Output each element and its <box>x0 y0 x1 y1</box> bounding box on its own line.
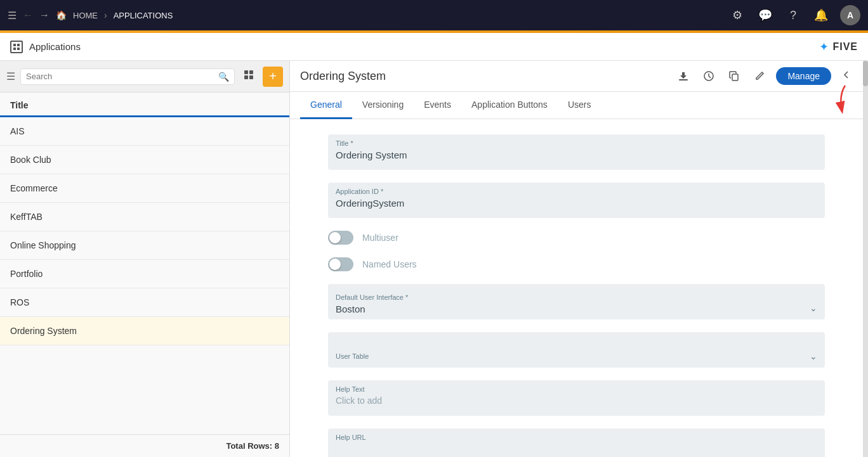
settings-icon[interactable]: ⚙ <box>728 6 746 24</box>
chat-icon[interactable]: 💬 <box>756 6 774 24</box>
svg-rect-5 <box>249 70 253 74</box>
scrollbar-thumb[interactable] <box>863 61 868 86</box>
default-ui-value: Boston <box>336 304 365 314</box>
named-users-label: Named Users <box>362 259 417 269</box>
list-item[interactable]: KeffTAB <box>0 203 289 231</box>
help-text-field: Help Text Click to add <box>328 380 825 416</box>
user-table-dropdown[interactable]: User Table ⌄ <box>328 332 825 368</box>
sidebar: ☰ 🔍 + Title AIS Book Club Ecom <box>0 61 290 457</box>
search-icon: 🔍 <box>218 72 229 82</box>
filter-icon[interactable]: ☰ <box>6 70 15 82</box>
default-ui-dropdown[interactable]: Default User Interface * Boston ⌄ <box>328 284 825 319</box>
title-field-value: Ordering System <box>336 150 407 160</box>
home-icon: 🏠 <box>56 10 67 20</box>
app-id-label: Application ID * <box>336 188 817 195</box>
help-text-container[interactable]: Help Text Click to add <box>328 380 825 416</box>
applications-nav-label: APPLICATIONS <box>114 11 173 20</box>
list-item[interactable]: Online Shopping <box>0 231 289 260</box>
search-input[interactable] <box>26 72 214 81</box>
svg-rect-1 <box>17 44 20 46</box>
list-item-active[interactable]: Ordering System <box>0 317 289 345</box>
back-arrow-icon[interactable] <box>839 68 853 85</box>
toggle-knob <box>329 232 341 243</box>
toolbar-icons: Manage <box>674 67 853 85</box>
scrollbar[interactable] <box>863 61 868 457</box>
tab-versioning[interactable]: Versioning <box>352 92 414 119</box>
search-container: 🔍 <box>20 68 235 85</box>
default-ui-label: Default User Interface * <box>336 293 810 301</box>
title-field: Title * Ordering System <box>328 134 825 170</box>
app-id-value: OrderingSystem <box>336 198 404 209</box>
add-button[interactable]: + <box>263 67 283 87</box>
app-id-field-container[interactable]: Application ID * OrderingSystem <box>328 183 825 218</box>
copy-icon[interactable] <box>725 67 743 85</box>
multiuser-row: Multiuser <box>328 231 825 245</box>
svg-rect-2 <box>13 48 16 50</box>
svg-rect-0 <box>13 44 16 46</box>
svg-rect-4 <box>244 70 248 74</box>
multiuser-label: Multiuser <box>362 233 398 243</box>
help-text-label: Help Text <box>336 385 817 393</box>
help-icon[interactable]: ? <box>784 6 802 24</box>
user-table-label: User Table <box>336 352 810 360</box>
tab-users[interactable]: Users <box>558 92 602 119</box>
nav-left: ☰ ← → 🏠 HOME › APPLICATIONS <box>8 10 722 22</box>
edit-icon[interactable] <box>751 67 768 85</box>
svg-rect-10 <box>732 74 738 80</box>
tab-application-buttons[interactable]: Application Buttons <box>461 92 558 119</box>
sidebar-toolbar: ☰ 🔍 + <box>0 61 289 93</box>
export-icon[interactable] <box>240 66 258 87</box>
home-nav-link[interactable]: HOME <box>73 11 98 20</box>
table-column-header: Title <box>0 93 289 117</box>
help-url-field: Help URL <box>328 428 825 457</box>
multiuser-toggle[interactable] <box>328 231 353 245</box>
default-ui-inner: Default User Interface * Boston <box>336 293 810 314</box>
title-column-label: Title <box>10 100 29 110</box>
five-logo-icon: ✦ <box>819 40 829 54</box>
list-item[interactable]: Portfolio <box>0 260 289 288</box>
back-nav-icon[interactable]: ← <box>23 10 33 21</box>
hamburger-icon[interactable]: ☰ <box>8 10 16 22</box>
total-rows-label: Total Rows: 8 <box>226 441 279 451</box>
user-avatar[interactable]: A <box>840 5 860 25</box>
five-logo-text: FIVE <box>832 41 858 53</box>
svg-rect-8 <box>679 79 688 80</box>
named-users-toggle[interactable] <box>328 257 353 271</box>
download-icon[interactable] <box>674 67 692 85</box>
list-item[interactable]: Ecommerce <box>0 174 289 203</box>
list-item[interactable]: AIS <box>0 117 289 146</box>
top-nav-bar: ☰ ← → 🏠 HOME › APPLICATIONS ⚙ 💬 ? 🔔 A <box>0 0 868 30</box>
tab-general[interactable]: General <box>300 92 352 119</box>
content-toolbar: Ordering System <box>290 61 863 92</box>
dropdown-arrow-icon: ⌄ <box>810 303 817 313</box>
history-icon[interactable] <box>700 67 718 85</box>
app-id-field: Application ID * OrderingSystem <box>328 183 825 218</box>
svg-rect-3 <box>17 48 20 50</box>
forward-nav-icon[interactable]: → <box>39 10 49 21</box>
svg-rect-7 <box>249 75 253 79</box>
help-text-value: Click to add <box>336 396 382 406</box>
sub-header-title: Applications <box>29 41 81 52</box>
form-content: Title * Ordering System Application ID *… <box>290 119 863 457</box>
tab-events[interactable]: Events <box>414 92 461 119</box>
default-ui-field: Default User Interface * Boston ⌄ <box>328 284 825 319</box>
toggle-knob-2 <box>329 259 341 270</box>
title-field-label: Title * <box>336 139 817 147</box>
app-icon <box>10 41 23 53</box>
list-item[interactable]: Book Club <box>0 146 289 174</box>
manage-button[interactable]: Manage <box>776 67 831 85</box>
sub-header-left: Applications <box>10 41 819 53</box>
five-logo: ✦ FIVE <box>819 40 858 54</box>
main-layout: ☰ 🔍 + Title AIS Book Club Ecom <box>0 61 868 457</box>
dropdown-arrow-icon-2: ⌄ <box>810 351 817 361</box>
help-url-container[interactable]: Help URL <box>328 428 825 457</box>
breadcrumb-chevron: › <box>104 10 107 20</box>
notification-icon[interactable]: 🔔 <box>812 6 830 24</box>
list-item[interactable]: ROS <box>0 288 289 317</box>
title-field-container[interactable]: Title * Ordering System <box>328 134 825 170</box>
content-title: Ordering System <box>300 70 668 83</box>
nav-right: ⚙ 💬 ? 🔔 A <box>728 5 860 25</box>
svg-rect-6 <box>244 75 248 79</box>
help-url-label: Help URL <box>336 434 817 441</box>
sub-header: Applications ✦ FIVE <box>0 33 868 61</box>
